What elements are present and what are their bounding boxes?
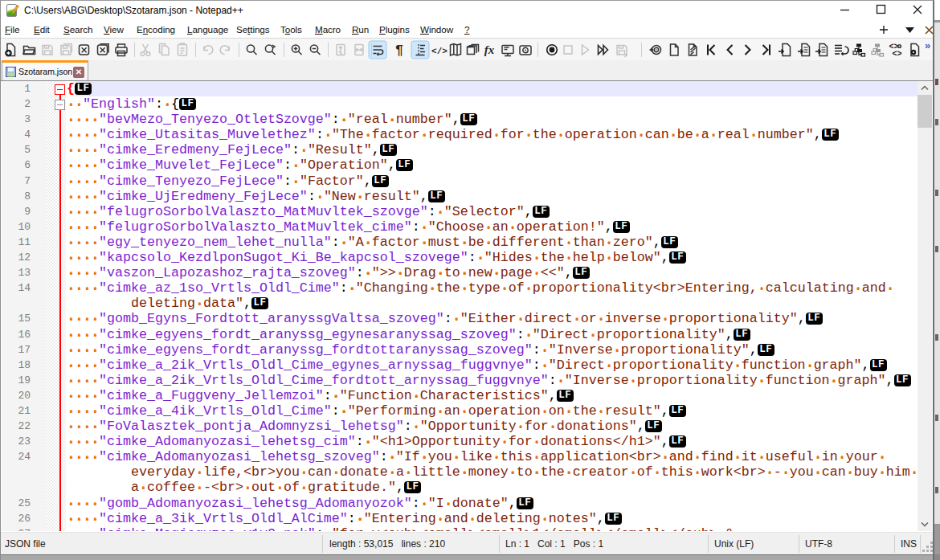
svg-text:</>: </> — [431, 47, 448, 56]
svg-text:»: » — [925, 39, 930, 51]
svg-text:<>: <> — [892, 50, 901, 59]
svg-text:fx: fx — [484, 43, 495, 56]
svg-text:¶: ¶ — [395, 43, 403, 58]
